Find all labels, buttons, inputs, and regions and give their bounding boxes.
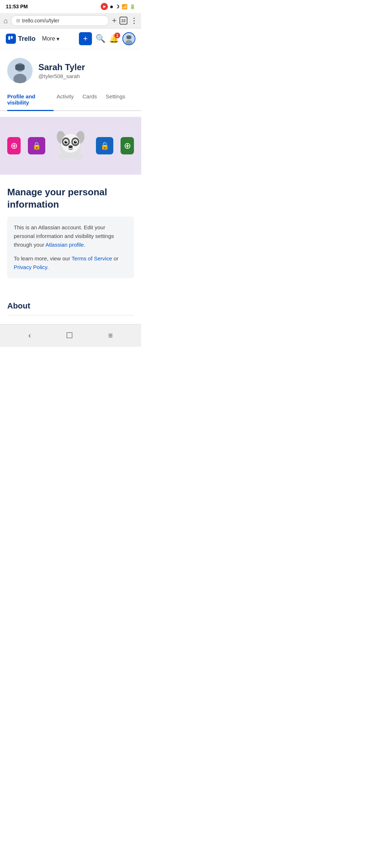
user-avatar-nav[interactable]	[122, 32, 135, 45]
svg-rect-5	[126, 36, 131, 39]
trello-logo[interactable]: Trello	[6, 34, 35, 44]
browser-chrome: ⌂ ⊟ trello.com/u/tyler + 22 ⋮	[0, 13, 141, 29]
tab-profile-visibility[interactable]: Profile and visibility	[7, 89, 54, 111]
hero-card-blue-icon: 🔒	[100, 141, 109, 150]
trello-logo-icon	[6, 34, 16, 44]
hero-card-blue: 🔒	[96, 137, 113, 154]
profile-avatar	[7, 58, 33, 83]
tab-cards[interactable]: Cards	[83, 89, 103, 111]
about-section: About	[0, 293, 141, 324]
hero-card-pink: ⊕	[7, 137, 21, 154]
svg-point-21	[75, 141, 76, 142]
status-time: 11:53 PM	[6, 4, 28, 9]
add-button[interactable]: +	[79, 32, 92, 45]
browser-home-icon[interactable]: ⌂	[4, 17, 8, 25]
more-chevron-icon: ▾	[56, 35, 59, 42]
hero-cards-container: ⊕ 🔒	[0, 126, 141, 166]
browser-tab-count[interactable]: 22	[119, 17, 127, 25]
notifications-button[interactable]: 🔔 1	[109, 34, 119, 43]
tab-activity[interactable]: Activity	[56, 89, 80, 111]
info-text-1: This is an Atlassian account. Edit your …	[14, 223, 127, 249]
bottom-nav: ‹ ☐ ≡	[0, 324, 141, 347]
privacy-policy-link[interactable]: Privacy Policy	[14, 264, 47, 270]
menu-button[interactable]: ≡	[102, 329, 119, 342]
trello-nav: Trello More ▾ + 🔍 🔔 1	[0, 29, 141, 49]
browser-new-tab-icon[interactable]: +	[112, 16, 117, 25]
more-label: More	[42, 35, 55, 42]
url-text: trello.com/u/tyler	[22, 18, 59, 24]
profile-info: Sarah Tyler @tyler508_sarah	[38, 62, 85, 79]
about-divider	[7, 315, 134, 315]
manage-title: Manage your personal information	[7, 186, 134, 211]
info-text-2: To learn more, view our Terms of Service…	[14, 254, 127, 272]
hero-banner: ⊕ 🔒	[0, 117, 141, 175]
svg-point-20	[66, 141, 67, 142]
url-security-icon: ⊟	[16, 18, 20, 23]
profile-handle: @tyler508_sarah	[38, 73, 85, 79]
hero-card-purple: 🔒	[28, 137, 45, 154]
hero-card-green-icon: ⊕	[124, 141, 131, 151]
browser-menu-icon[interactable]: ⋮	[130, 16, 138, 25]
profile-tabs: Profile and visibility Activity Cards Se…	[0, 89, 141, 111]
notification-badge: 1	[114, 33, 120, 38]
profile-content: Manage your personal information This is…	[0, 180, 141, 293]
about-title: About	[7, 301, 134, 311]
profile-name: Sarah Tyler	[38, 62, 85, 72]
back-button[interactable]: ‹	[22, 329, 37, 342]
tab-settings[interactable]: Settings	[106, 89, 131, 111]
hero-card-green: ⊕	[121, 137, 134, 154]
atlassian-profile-link[interactable]: Atlassian profile	[46, 242, 84, 248]
recording-icon: ▶	[101, 3, 108, 10]
wifi-icon: 📶	[122, 4, 127, 9]
moon-icon: ☽	[115, 4, 119, 9]
svg-point-22	[68, 145, 73, 148]
browser-actions: + 22 ⋮	[112, 16, 138, 25]
status-icons: ▶ ⎈ ☽ 📶 🔋	[101, 3, 135, 10]
hero-mascot	[52, 126, 89, 166]
bluetooth-icon: ⎈	[110, 4, 113, 9]
info-box: This is an Atlassian account. Edit your …	[7, 217, 134, 278]
home-button[interactable]: ☐	[60, 329, 79, 342]
svg-rect-1	[11, 36, 13, 39]
status-bar: 11:53 PM ▶ ⎈ ☽ 📶 🔋	[0, 0, 141, 13]
battery-icon: 🔋	[130, 4, 135, 9]
profile-section: Sarah Tyler @tyler508_sarah	[0, 49, 141, 89]
search-icon[interactable]: 🔍	[96, 34, 105, 43]
svg-rect-0	[8, 36, 10, 40]
hero-card-purple-icon: 🔒	[32, 141, 41, 150]
trello-logo-text: Trello	[18, 35, 35, 43]
more-menu[interactable]: More ▾	[42, 35, 59, 42]
url-bar[interactable]: ⊟ trello.com/u/tyler	[11, 15, 109, 26]
hero-card-pink-icon: ⊕	[10, 141, 18, 151]
svg-point-23	[58, 154, 67, 159]
terms-of-service-link[interactable]: Terms of Service	[72, 255, 112, 261]
svg-rect-9	[15, 64, 25, 70]
svg-point-4	[126, 40, 133, 45]
svg-point-24	[74, 154, 83, 159]
